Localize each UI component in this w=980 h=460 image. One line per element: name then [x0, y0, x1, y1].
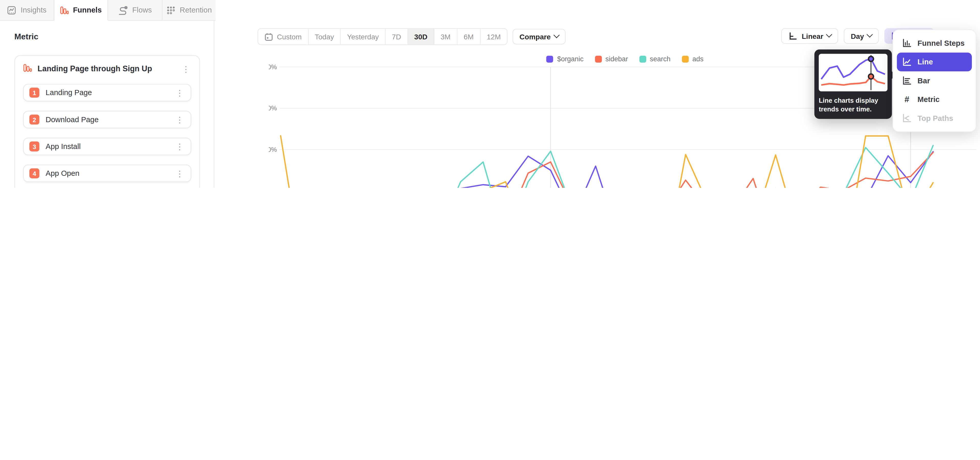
top-paths-icon: [902, 113, 912, 123]
range-7d-button[interactable]: 7D: [386, 29, 408, 45]
tab-label: Funnels: [73, 6, 102, 14]
legend-swatch: [639, 56, 646, 62]
funnel-step-4[interactable]: 4App Open⋮: [23, 165, 191, 182]
chevron-down-icon: [826, 32, 832, 38]
kebab-menu-icon[interactable]: ⋮: [181, 65, 191, 73]
series-line-search[interactable]: [281, 145, 933, 188]
menu-item-bar[interactable]: Bar: [897, 71, 972, 90]
menu-item-top-paths: Top Paths: [897, 109, 972, 128]
funnel-step-1[interactable]: 1Landing Page⋮: [23, 84, 191, 101]
metric-card: Landing Page through Sign Up ⋮ 1Landing …: [14, 55, 200, 188]
range-today-button[interactable]: Today: [309, 29, 341, 45]
menu-item-label: Line: [918, 58, 933, 66]
kebab-menu-icon[interactable]: ⋮: [174, 142, 185, 150]
tab-label: Retention: [180, 6, 212, 14]
step-label: App Open: [46, 169, 168, 177]
legend-label: search: [650, 55, 670, 62]
step-number-badge: 3: [29, 141, 39, 151]
tab-insights[interactable]: Insights: [0, 0, 54, 20]
tab-funnels[interactable]: Funnels: [54, 0, 108, 21]
metric-icon: #: [902, 94, 912, 104]
step-label: Landing Page: [46, 88, 168, 97]
menu-item-line[interactable]: Line: [897, 53, 972, 71]
range-30d-button[interactable]: 30D: [408, 29, 434, 45]
step-label: App Install: [46, 142, 168, 151]
menu-item-metric[interactable]: #Metric: [897, 90, 972, 109]
main-panel: CustomTodayYesterday7D30D3M6M12M Compare…: [215, 0, 980, 188]
tooltip-text: Line charts display trends over time.: [819, 96, 887, 113]
range-12m-button[interactable]: 12M: [480, 29, 507, 45]
tab-flows[interactable]: Flows: [108, 0, 162, 20]
menu-item-label: Funnel Steps: [918, 39, 965, 48]
chart-type-menu: Funnel StepsLineBar#MetricTop Paths: [892, 29, 976, 132]
bar-icon: [902, 76, 912, 86]
funnel-step-3[interactable]: 3App Install⋮: [23, 138, 191, 155]
series-line-sidebar[interactable]: [281, 153, 933, 188]
y-axis-label: 50%: [269, 63, 277, 70]
kebab-menu-icon[interactable]: ⋮: [174, 89, 185, 97]
sidebar: Metric Landing Page through Sign Up ⋮ 1L…: [0, 21, 215, 188]
step-number-badge: 2: [29, 115, 39, 125]
line-icon: [902, 57, 912, 67]
step-number-badge: 4: [29, 168, 39, 178]
tab-bar: InsightsFunnelsFlowsRetention: [0, 0, 216, 21]
legend-label: ads: [692, 55, 703, 62]
series-line-ads[interactable]: [281, 136, 933, 188]
tooltip-mini-chart: [819, 54, 887, 91]
menu-item-label: Top Paths: [918, 114, 953, 123]
legend-item-sidebar[interactable]: sidebar: [595, 55, 628, 62]
date-range-segmented-control: CustomTodayYesterday7D30D3M6M12M: [258, 28, 508, 45]
legend-item-ads[interactable]: ads: [682, 55, 703, 62]
tab-label: Insights: [21, 6, 46, 14]
step-label: Download Page: [46, 115, 168, 124]
step-number-badge: 1: [29, 88, 39, 97]
menu-item-label: Bar: [918, 77, 930, 85]
series-line-organic[interactable]: [281, 152, 933, 188]
legend-label: sidebar: [605, 55, 628, 62]
funnel-steps-icon: [902, 38, 912, 48]
range-yesterday-button[interactable]: Yesterday: [341, 29, 386, 45]
y-axis-label: 20%: [269, 187, 277, 188]
calendar-icon: [264, 32, 273, 41]
menu-item-label: Metric: [918, 95, 940, 104]
svg-text:#: #: [904, 94, 909, 104]
tab-label: Flows: [132, 6, 152, 14]
legend-swatch: [682, 56, 689, 62]
legend-label: $organic: [557, 55, 584, 62]
chevron-down-icon: [554, 32, 560, 38]
flows-icon: [118, 5, 128, 15]
range-3m-button[interactable]: 3M: [434, 29, 458, 45]
linear-axis-icon: [788, 31, 797, 41]
scale-dropdown[interactable]: Linear: [781, 28, 838, 44]
menu-item-funnel-steps[interactable]: Funnel Steps: [897, 34, 972, 53]
compare-button[interactable]: Compare: [513, 29, 566, 45]
legend-swatch: [595, 56, 602, 62]
metric-section-title: Metric: [14, 32, 200, 42]
interval-dropdown[interactable]: Day: [844, 28, 879, 44]
funnel-name: Landing Page through Sign Up: [38, 64, 175, 73]
legend-item-organic[interactable]: $organic: [547, 55, 584, 62]
y-axis-label: 30%: [269, 146, 277, 153]
funnel-metric-icon: [23, 63, 32, 75]
kebab-menu-icon[interactable]: ⋮: [174, 169, 185, 177]
funnel-step-2[interactable]: 2Download Page⋮: [23, 111, 191, 128]
kebab-menu-icon[interactable]: ⋮: [174, 115, 185, 124]
legend-item-search[interactable]: search: [639, 55, 671, 62]
retention-icon: [166, 5, 175, 15]
app-window: InsightsFunnelsFlowsRetention Metric Lan…: [0, 0, 980, 188]
range-6m-button[interactable]: 6M: [457, 29, 480, 45]
chevron-down-icon: [867, 32, 873, 38]
chart-type-tooltip: Line charts display trends over time.: [815, 50, 892, 119]
funnels-icon: [60, 5, 68, 15]
range-custom-button[interactable]: Custom: [258, 29, 308, 45]
legend-swatch: [547, 56, 554, 62]
tab-retention[interactable]: Retention: [162, 0, 216, 20]
insights-icon: [7, 5, 16, 15]
y-axis-label: 40%: [269, 104, 277, 112]
